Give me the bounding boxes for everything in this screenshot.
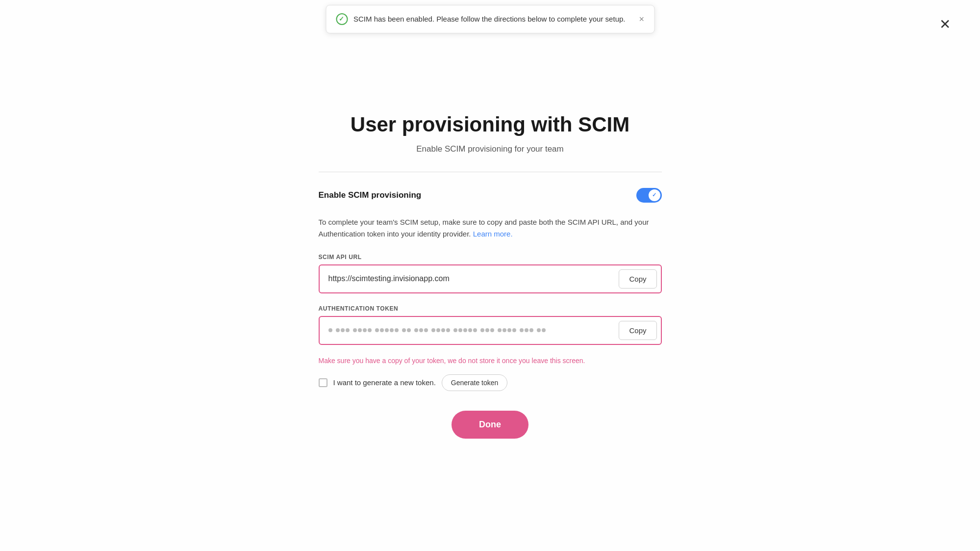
dot-group-5 bbox=[402, 328, 411, 332]
dot-group-3 bbox=[353, 328, 372, 332]
auth-token-label: Authentication token bbox=[319, 305, 662, 312]
scim-url-input[interactable] bbox=[320, 266, 615, 291]
toast-notification: SCIM has been enabled. Please follow the… bbox=[326, 5, 654, 33]
auth-token-dots bbox=[320, 320, 615, 340]
section-divider bbox=[319, 172, 662, 172]
scim-url-label: SCIM API URL bbox=[319, 254, 662, 261]
learn-more-link[interactable]: Learn more. bbox=[473, 230, 513, 238]
generate-token-row: I want to generate a new token. Generate… bbox=[319, 374, 662, 391]
modal-overlay: ✕ SCIM has been enabled. Please follow t… bbox=[0, 0, 980, 551]
done-button-container: Done bbox=[319, 411, 662, 439]
scim-url-input-row: Copy bbox=[319, 264, 662, 293]
page-subtitle: Enable SCIM provisioning for your team bbox=[319, 144, 662, 154]
dot-group-10 bbox=[498, 328, 516, 332]
toast-message: SCIM has been enabled. Please follow the… bbox=[353, 15, 626, 23]
dot-group-2 bbox=[336, 328, 350, 332]
page-title: User provisioning with SCIM bbox=[319, 113, 662, 136]
auth-token-input-row: Copy bbox=[319, 316, 662, 345]
scim-url-copy-button[interactable]: Copy bbox=[619, 269, 656, 289]
dot-group-11 bbox=[520, 328, 533, 332]
enable-scim-row: Enable SCIM provisioning bbox=[319, 188, 662, 203]
toggle-knob bbox=[649, 189, 660, 201]
generate-token-checkbox[interactable] bbox=[319, 378, 327, 387]
dot-group-1 bbox=[328, 328, 332, 332]
toast-close-button[interactable]: × bbox=[639, 15, 644, 24]
check-circle-icon bbox=[336, 13, 348, 25]
scim-url-section: SCIM API URL Copy bbox=[319, 254, 662, 293]
modal-close-button[interactable]: ✕ bbox=[939, 18, 951, 31]
generate-token-label: I want to generate a new token. bbox=[333, 378, 436, 387]
enable-scim-toggle[interactable] bbox=[636, 188, 662, 203]
dot-group-12 bbox=[537, 328, 546, 332]
done-button[interactable]: Done bbox=[452, 411, 528, 439]
dot-group-6 bbox=[414, 328, 428, 332]
auth-token-copy-button[interactable]: Copy bbox=[619, 321, 656, 340]
dot-group-8 bbox=[453, 328, 477, 332]
auth-token-section: Authentication token bbox=[319, 305, 662, 345]
modal-content: SCIM has been enabled. Please follow the… bbox=[319, 113, 662, 439]
dot-group-4 bbox=[375, 328, 399, 332]
generate-token-button[interactable]: Generate token bbox=[442, 374, 508, 391]
description-text: To complete your team's SCIM setup, make… bbox=[319, 216, 662, 240]
toggle-label: Enable SCIM provisioning bbox=[319, 190, 422, 200]
dot-group-7 bbox=[431, 328, 450, 332]
dot-group-9 bbox=[480, 328, 494, 332]
warning-text: Make sure you have a copy of your token,… bbox=[319, 357, 662, 365]
